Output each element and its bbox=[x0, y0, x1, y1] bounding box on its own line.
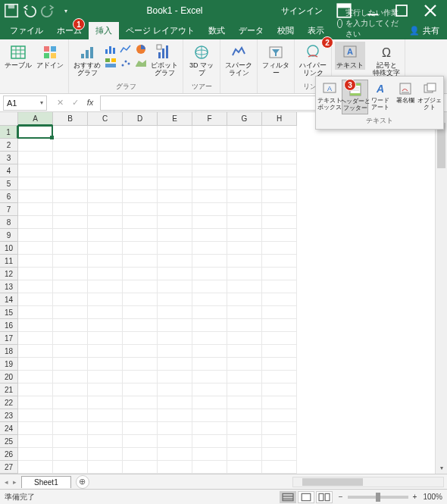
cell[interactable] bbox=[123, 306, 158, 319]
cell[interactable] bbox=[262, 268, 297, 280]
cell[interactable] bbox=[18, 139, 53, 152]
3d-map-button[interactable]: 3D マップ bbox=[186, 42, 217, 77]
row-headers[interactable]: 1234567891011121314151617181920212223242… bbox=[0, 126, 18, 474]
cell[interactable] bbox=[227, 358, 262, 371]
cell[interactable] bbox=[88, 229, 123, 242]
save-icon[interactable] bbox=[3, 2, 20, 19]
cell[interactable] bbox=[192, 319, 227, 332]
cell[interactable] bbox=[88, 152, 123, 164]
row-header-16[interactable]: 16 bbox=[0, 319, 18, 332]
cell[interactable] bbox=[18, 229, 53, 242]
cell[interactable] bbox=[262, 164, 297, 177]
cell[interactable] bbox=[18, 409, 53, 422]
row-header-19[interactable]: 19 bbox=[0, 358, 18, 371]
tab-file[interactable]: ファイル bbox=[3, 22, 50, 39]
cell[interactable] bbox=[53, 396, 88, 409]
cell[interactable] bbox=[227, 371, 262, 383]
cell[interactable] bbox=[192, 358, 227, 371]
cell[interactable] bbox=[53, 293, 88, 306]
cell[interactable] bbox=[227, 448, 262, 461]
cell[interactable] bbox=[123, 461, 158, 474]
cancel-formula-icon[interactable]: ✕ bbox=[53, 98, 67, 108]
cell[interactable] bbox=[192, 383, 227, 396]
cell[interactable] bbox=[123, 280, 158, 293]
cell[interactable] bbox=[158, 306, 192, 319]
textbox-button[interactable]: A テキスト ボックス bbox=[317, 80, 342, 114]
cell[interactable] bbox=[88, 164, 123, 177]
cell[interactable] bbox=[88, 280, 123, 293]
cell[interactable] bbox=[18, 164, 53, 177]
cell[interactable] bbox=[158, 164, 192, 177]
cell[interactable] bbox=[158, 139, 192, 152]
cell[interactable] bbox=[53, 229, 88, 242]
select-all-corner[interactable] bbox=[0, 112, 18, 126]
cell[interactable] bbox=[88, 242, 123, 255]
cell[interactable] bbox=[53, 435, 88, 448]
cell[interactable] bbox=[53, 280, 88, 293]
cell[interactable] bbox=[192, 461, 227, 474]
cell[interactable] bbox=[18, 268, 53, 280]
cell[interactable] bbox=[88, 255, 123, 268]
cell[interactable] bbox=[227, 306, 262, 319]
cell[interactable] bbox=[88, 332, 123, 345]
cell[interactable] bbox=[123, 229, 158, 242]
cell[interactable] bbox=[123, 177, 158, 190]
cell[interactable] bbox=[262, 448, 297, 461]
cell[interactable] bbox=[262, 422, 297, 435]
cell[interactable] bbox=[123, 396, 158, 409]
scatter-chart-icon[interactable] bbox=[119, 57, 133, 69]
cell[interactable] bbox=[262, 332, 297, 345]
cell[interactable] bbox=[18, 280, 53, 293]
redo-icon[interactable] bbox=[39, 2, 56, 19]
surface-chart-icon[interactable] bbox=[134, 57, 148, 69]
cell[interactable] bbox=[88, 345, 123, 358]
cell[interactable] bbox=[158, 242, 192, 255]
cell[interactable] bbox=[123, 268, 158, 280]
col-header-A[interactable]: A bbox=[18, 112, 53, 126]
vscroll-thumb[interactable] bbox=[437, 123, 445, 168]
cell[interactable] bbox=[88, 293, 123, 306]
tab-data[interactable]: データ bbox=[232, 22, 270, 39]
cell[interactable] bbox=[227, 216, 262, 229]
cell[interactable] bbox=[158, 126, 192, 139]
cell[interactable] bbox=[18, 358, 53, 371]
cell[interactable] bbox=[227, 319, 262, 332]
cell[interactable] bbox=[227, 409, 262, 422]
wordart-button[interactable]: A ワード アート bbox=[368, 80, 392, 114]
tab-page-layout[interactable]: ページ レイアウト bbox=[119, 22, 202, 39]
cells-area[interactable] bbox=[18, 126, 435, 474]
row-header-7[interactable]: 7 bbox=[0, 203, 18, 216]
cell[interactable] bbox=[158, 216, 192, 229]
cell[interactable] bbox=[88, 422, 123, 435]
cell[interactable] bbox=[158, 203, 192, 216]
cell[interactable] bbox=[227, 293, 262, 306]
cell[interactable] bbox=[88, 383, 123, 396]
cell[interactable] bbox=[192, 280, 227, 293]
cell[interactable] bbox=[88, 190, 123, 203]
hierarchy-chart-icon[interactable] bbox=[104, 57, 117, 69]
sparklines-button[interactable]: スパークライン bbox=[224, 42, 254, 77]
cell[interactable] bbox=[262, 319, 297, 332]
cell[interactable] bbox=[262, 126, 297, 139]
share-button[interactable]: 👤共有 bbox=[402, 22, 447, 39]
cell[interactable] bbox=[262, 280, 297, 293]
cell[interactable] bbox=[123, 190, 158, 203]
cell[interactable] bbox=[158, 371, 192, 383]
sheet-nav[interactable]: ◂▸ bbox=[0, 478, 21, 486]
col-header-H[interactable]: H bbox=[262, 112, 297, 126]
sheet-tab[interactable]: Sheet1 bbox=[21, 476, 71, 488]
cell[interactable] bbox=[158, 255, 192, 268]
col-header-G[interactable]: G bbox=[227, 112, 262, 126]
horizontal-scrollbar[interactable] bbox=[292, 477, 444, 487]
name-box[interactable]: A1 ▾ bbox=[3, 95, 47, 111]
cell[interactable] bbox=[158, 461, 192, 474]
cell[interactable] bbox=[123, 164, 158, 177]
object-button[interactable]: オブジェクト bbox=[417, 80, 442, 114]
cell[interactable] bbox=[192, 293, 227, 306]
cell[interactable] bbox=[262, 229, 297, 242]
row-header-14[interactable]: 14 bbox=[0, 293, 18, 306]
enter-formula-icon[interactable]: ✓ bbox=[68, 98, 82, 108]
symbols-button[interactable]: Ω 記号と 特殊文字 bbox=[371, 42, 402, 77]
cell[interactable] bbox=[262, 435, 297, 448]
cell[interactable] bbox=[18, 383, 53, 396]
